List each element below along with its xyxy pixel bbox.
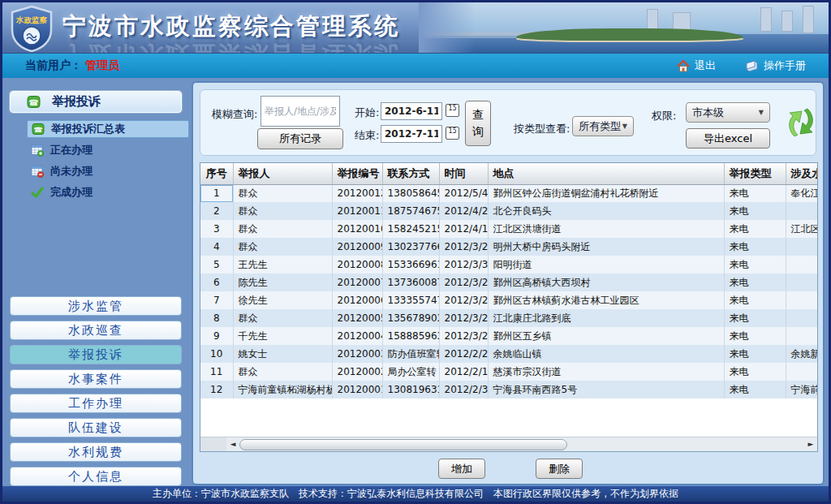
scroll-right-button[interactable]: ►	[804, 437, 817, 451]
sidebar-menu-item-3[interactable]: 举报投诉	[10, 345, 182, 364]
app-logo-shield: 水政监察	[9, 5, 54, 52]
sidebar-menu-item-4[interactable]: 水事案件	[10, 369, 182, 389]
table-cell: 13081963176	[382, 381, 439, 398]
table-row[interactable]: 9千先生20120004158885963252012/3/23鄞州区五乡镇来电	[200, 327, 818, 345]
scrollbar-track[interactable]	[239, 439, 804, 450]
column-header[interactable]: 序号	[200, 163, 233, 184]
sidebar-subitem-1[interactable]: ☎举报投诉汇总表	[27, 120, 189, 138]
sidebar-menu-item-6[interactable]: 队伍建设	[10, 418, 182, 437]
table-row[interactable]: 8群众20120005135678903902012/3/26江北康庄北路到底来…	[200, 309, 818, 327]
logo-text: 水政监察	[15, 15, 48, 24]
check-icon	[30, 186, 44, 200]
start-calendar-icon[interactable]: 15	[446, 104, 459, 117]
table-row[interactable]: 12宁海前童镇柘湖杨村杨伟林20120001130819631762012/2/…	[200, 381, 818, 398]
sidebar-menu-item-8[interactable]: 个人信息	[10, 467, 182, 486]
table-cell: 15888596325	[382, 327, 439, 345]
sidebar-subitem-3[interactable]: 尚未办理	[27, 162, 189, 180]
table-cell: 鄞州区钟公庙街道铜盆浦村礼花桥附近	[488, 184, 724, 202]
manual-button[interactable]: 操作手册	[745, 58, 806, 73]
table-cell: 防办值班室转	[382, 345, 439, 363]
city-photo	[419, 2, 829, 54]
column-header[interactable]: 时间	[439, 163, 488, 184]
table-cell: 2012/3/23	[439, 327, 488, 345]
table-cell: 来电	[724, 291, 786, 309]
table-cell: 8	[200, 309, 233, 327]
city-photo-fade	[419, 2, 829, 54]
table-cell: 20120010	[332, 220, 382, 238]
sidebar-menu-item-7[interactable]: 水利规费	[10, 442, 182, 462]
table-cell: 20120009	[332, 238, 382, 256]
table-cell: 2012/5/4	[439, 184, 488, 202]
sidebar-menu-item-5[interactable]: 工作办理	[10, 394, 182, 413]
end-calendar-icon[interactable]: 15	[446, 127, 459, 140]
type-filter-value: 所有类型	[579, 119, 621, 134]
table-row[interactable]: 10姚女士20120003防办值班室转2012/2/23余姚临山镇来电余姚新奄	[200, 345, 818, 363]
sidebar-menu-item-2[interactable]: 水政巡查	[10, 321, 182, 340]
sidebar-subitem-label: 尚未办理	[50, 164, 93, 179]
column-header[interactable]: 举报编号	[332, 163, 382, 184]
sidebar-group-header[interactable]: ☎ 举报投诉	[10, 91, 182, 113]
table-row[interactable]: 5王先生20120008153366961212012/3/31阳明街道来电	[200, 256, 818, 274]
table-cell: 来电	[724, 238, 786, 256]
scroll-left-button[interactable]: ◄	[226, 437, 239, 451]
table-cell: 局办公室转	[382, 363, 439, 381]
phone-icon: ☎	[31, 123, 45, 136]
refresh-icon[interactable]	[786, 104, 816, 144]
table-cell: 宁海前童镇柘湖杨村杨伟林	[233, 381, 332, 398]
sidebar-menu-item-1[interactable]: 涉水监管	[10, 296, 182, 316]
table-cell: 6	[200, 274, 233, 291]
column-header[interactable]: 涉及水域	[786, 163, 818, 184]
table-cell: 9	[200, 327, 233, 345]
search-input[interactable]	[260, 96, 340, 127]
filter-bar: 模糊查询: 所有记录 开始: 15 结束: 15 查询 按类型查看: 所有类型 …	[200, 89, 816, 156]
table-cell: 20120007	[332, 274, 382, 291]
table-cell: 2012/4/17	[439, 220, 488, 238]
table-row[interactable]: 1群众20120012138058645282012/5/4鄞州区钟公庙街道铜盆…	[200, 184, 818, 202]
permission-select[interactable]: 市本级 ▼	[686, 102, 770, 123]
export-excel-button[interactable]: 导出excel	[686, 128, 770, 149]
table-row[interactable]: 7徐先生20120006133355747782012/3/29鄞州区古林镇蓟水…	[200, 291, 818, 309]
sidebar-subitem-4[interactable]: 完成办理	[27, 183, 189, 201]
column-header[interactable]: 举报类型	[724, 163, 786, 184]
column-header[interactable]: 举报人	[233, 163, 332, 184]
logout-label: 退出	[695, 58, 716, 73]
sidebar-subitem-2[interactable]: 正在办理	[27, 141, 189, 159]
logout-button[interactable]: 退出	[677, 58, 716, 73]
column-header[interactable]: 地点	[488, 163, 724, 184]
table-cell: 15336696121	[382, 256, 439, 274]
sidebar-group-title: 举报投诉	[52, 94, 101, 110]
user-bar-actions: 退出 操作手册	[677, 58, 806, 73]
table-cell: 来电	[724, 381, 786, 398]
add-button[interactable]: 增加	[438, 459, 485, 479]
type-filter-select[interactable]: 所有类型 ▼	[572, 116, 634, 136]
all-records-button[interactable]: 所有记录	[257, 128, 343, 149]
table-row[interactable]: 2群众20120011187574675372012/4/23北仑开良码头来电	[200, 202, 818, 220]
delete-button[interactable]: 删除	[536, 459, 583, 479]
table-row[interactable]: 4群众20120009130237766492012/3/29明州大桥中房码头附…	[200, 238, 818, 256]
table-cell: 来电	[724, 256, 786, 274]
sidebar-subitem-label: 举报投诉汇总表	[51, 122, 125, 136]
permission-label: 权限:	[652, 109, 676, 123]
records-table: 序号举报人举报编号联系方式时间地点举报类型涉及水域 1群众20120012138…	[200, 162, 818, 452]
query-button[interactable]: 查询	[465, 101, 491, 146]
table-cell: 20120008	[332, 256, 382, 274]
scrollbar-thumb[interactable]	[239, 439, 567, 450]
table-row[interactable]: 11群众20120002局办公室转2012/2/10慈溪市宗汉街道来电	[200, 363, 818, 381]
column-header[interactable]: 联系方式	[382, 163, 439, 184]
current-user-label: 当前用户：	[25, 58, 82, 73]
table-row[interactable]: 6陈先生20120007137360087292012/3/29鄞州区高桥镇大西…	[200, 274, 818, 291]
table-cell: 20120006	[332, 291, 382, 309]
table-cell: 1	[200, 184, 233, 202]
table-cell: 明州大桥中房码头附近	[488, 238, 724, 256]
end-date-input[interactable]	[381, 125, 442, 143]
start-date-input[interactable]	[381, 102, 442, 120]
horizontal-scrollbar[interactable]: ◄ ►	[200, 437, 817, 451]
table-cell: 20120004	[332, 327, 382, 345]
table-cell: 江北区宅	[786, 220, 818, 238]
table-cell: 余姚临山镇	[488, 345, 724, 363]
table-cell: 2012/2/10	[439, 363, 488, 381]
table-cell: 2	[200, 202, 233, 220]
table-cell: 慈溪市宗汉街道	[488, 363, 724, 381]
table-row[interactable]: 3群众20120010158245215972012/4/17江北区洪塘街道来电…	[200, 220, 818, 238]
table-cell: 13567890390	[382, 309, 439, 327]
